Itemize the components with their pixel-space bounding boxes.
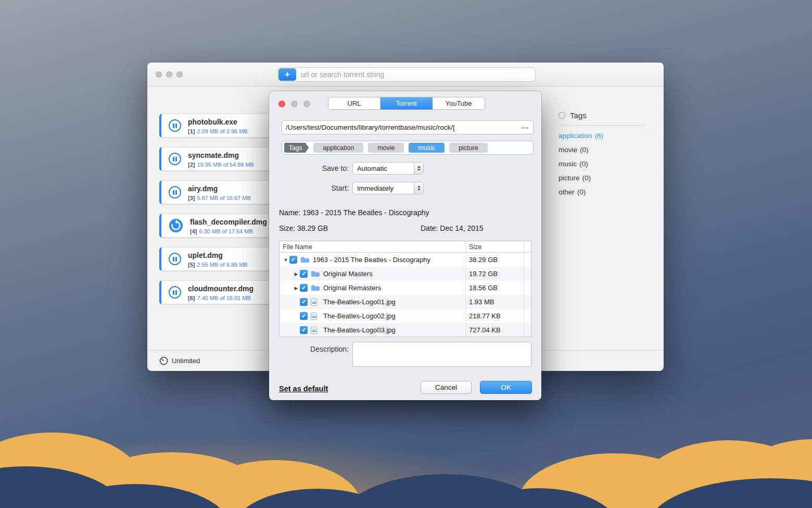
file-size: 18.56 GB — [466, 281, 524, 295]
download-index: [2] — [188, 162, 195, 168]
download-name: syncmate.dmg — [188, 151, 239, 159]
description-textarea[interactable] — [352, 342, 531, 367]
browse-more-button[interactable]: ••• — [517, 125, 533, 131]
torrent-path-input[interactable] — [282, 123, 517, 131]
save-to-value: Automatic — [353, 165, 414, 172]
checkbox-checked-icon[interactable] — [300, 326, 308, 334]
table-row[interactable]: The-Beatles-Logo03.jpg 727.04 KB — [280, 323, 531, 337]
file-name: Original Remasters — [323, 284, 381, 292]
description-label: Description: — [282, 345, 349, 353]
tags-sidebar: Tags application (6) movie (0) music (0)… — [559, 111, 652, 196]
pause-icon[interactable] — [169, 119, 181, 132]
folder-icon — [300, 256, 310, 263]
tag-pill-picture[interactable]: picture — [449, 143, 488, 153]
zoom-window-button[interactable] — [176, 71, 183, 78]
dropdown-stepper-icon — [414, 163, 423, 174]
pause-icon[interactable] — [169, 153, 181, 165]
download-progress: 7.40 MB of 18.01 MB — [197, 295, 250, 301]
table-header: File Name Size — [280, 241, 531, 253]
dialog-close-button[interactable] — [278, 101, 285, 107]
close-window-button[interactable] — [156, 71, 162, 78]
table-row[interactable]: Original Remasters 18.56 GB — [280, 281, 531, 295]
save-to-dropdown[interactable]: Automatic — [352, 162, 424, 175]
torrent-date-line: Date: Dec 14, 2015 — [421, 224, 484, 232]
download-index: [3] — [188, 195, 195, 201]
download-name: cloudmounter.dmg — [188, 284, 253, 293]
download-progress: 2.09 MB of 2.96 MB — [197, 128, 247, 134]
file-size: 38.29 GB — [466, 253, 524, 267]
tag-pill-movie[interactable]: movie — [368, 143, 404, 153]
table-row[interactable]: 1963 - 2015 The Beatles - Discography 38… — [280, 253, 531, 267]
tags-bar: Tags application movie music picture — [282, 141, 534, 155]
folder-icon — [311, 270, 320, 277]
file-size: 19.72 GB — [466, 267, 524, 281]
source-tabs: URL Torrent YouTube — [328, 97, 485, 110]
image-file-icon — [311, 313, 320, 320]
start-value: Immediately — [353, 184, 414, 192]
checkbox-checked-icon[interactable] — [300, 312, 308, 320]
file-size: 1.93 MB — [466, 295, 524, 309]
add-download-button[interactable]: + — [278, 68, 296, 81]
folder-icon — [311, 284, 320, 291]
download-name: uplet.dmg — [188, 251, 223, 259]
file-name: The-Beatles-Logo02.jpg — [323, 312, 396, 320]
tag-pill-application[interactable]: application — [313, 143, 363, 153]
table-row[interactable]: Original Masters 19.72 GB — [280, 267, 531, 281]
download-index: [5] — [188, 262, 195, 268]
downloading-spinner-icon[interactable] — [169, 218, 183, 233]
download-name: photobulk.exe — [188, 118, 237, 126]
start-label: Start: — [282, 184, 349, 192]
disclosure-open-icon[interactable] — [282, 257, 289, 263]
tags-sidebar-header: Tags — [559, 111, 652, 120]
file-size: 727.04 KB — [466, 323, 524, 337]
file-name: The-Beatles-Logo01.jpg — [323, 298, 396, 306]
speed-status-label[interactable]: Unlimited — [172, 357, 200, 365]
download-name: airy.dmg — [188, 184, 218, 193]
tags-circle-icon — [559, 112, 565, 119]
sidebar-item-picture[interactable]: picture (0) — [559, 174, 652, 182]
pause-icon[interactable] — [169, 253, 181, 265]
disclosure-closed-icon[interactable] — [293, 286, 300, 291]
torrent-name-line: Name: 1963 - 2015 The Beatles - Discogra… — [279, 208, 429, 217]
table-row[interactable]: The-Beatles-Logo02.jpg 218.77 KB — [280, 309, 531, 323]
ok-button[interactable]: OK — [480, 381, 532, 394]
download-index: [6] — [188, 295, 195, 301]
desktop: + photobulk.exe [1]2.09 MB of 2.96 MB sy… — [0, 0, 812, 508]
sidebar-item-music[interactable]: music (0) — [559, 160, 652, 168]
file-name: 1963 - 2015 The Beatles - Discography — [313, 256, 430, 264]
column-size[interactable]: Size — [466, 241, 524, 252]
save-to-label: Save to: — [282, 164, 349, 172]
tab-torrent[interactable]: Torrent — [380, 97, 433, 109]
start-dropdown[interactable]: Immediately — [352, 182, 424, 194]
disclosure-closed-icon[interactable] — [293, 271, 300, 277]
checkbox-checked-icon[interactable] — [300, 270, 308, 278]
pause-icon[interactable] — [169, 186, 181, 199]
cancel-button[interactable]: Cancel — [421, 381, 472, 394]
sidebar-item-movie[interactable]: movie (0) — [559, 146, 652, 154]
column-file-name[interactable]: File Name — [280, 241, 466, 252]
sidebar-item-application[interactable]: application (6) — [559, 132, 652, 140]
speed-gauge-icon[interactable] — [159, 356, 168, 365]
search-input[interactable] — [297, 70, 535, 79]
minimize-window-button[interactable] — [166, 71, 172, 78]
dialog-minimize-button[interactable] — [291, 101, 298, 107]
title-bar: + — [147, 63, 664, 86]
torrent-path-field: ••• — [282, 120, 534, 134]
file-name: Original Masters — [323, 270, 373, 278]
tab-youtube[interactable]: YouTube — [433, 97, 485, 109]
checkbox-checked-icon[interactable] — [300, 284, 308, 292]
table-row[interactable]: The-Beatles-Logo01.jpg 1.93 MB — [280, 295, 531, 309]
checkbox-checked-icon[interactable] — [289, 256, 297, 264]
image-file-icon — [311, 299, 320, 306]
dialog-zoom-button[interactable] — [303, 101, 310, 107]
sidebar-item-other[interactable]: other (0) — [559, 188, 652, 196]
file-table: File Name Size 1963 - 2015 The Beatles -… — [279, 241, 531, 337]
torrent-size-line: Size: 38.29 GB — [279, 224, 328, 232]
dropdown-stepper-icon — [414, 182, 423, 194]
pause-icon[interactable] — [169, 286, 181, 299]
tag-pill-music[interactable]: music — [409, 143, 445, 153]
set-as-default-link[interactable]: Set as default — [279, 385, 328, 393]
download-progress: 2.55 MB of 6.89 MB — [197, 262, 247, 268]
checkbox-checked-icon[interactable] — [300, 298, 308, 306]
tab-url[interactable]: URL — [328, 97, 380, 109]
